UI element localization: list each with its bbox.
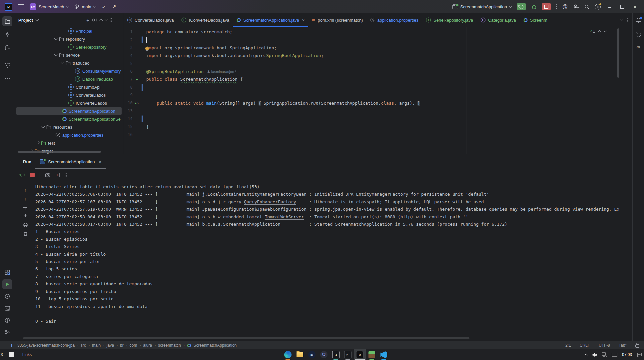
commit-tool-button[interactable] [2,29,12,39]
taskbar-edge[interactable] [282,349,294,360]
next-problem-icon[interactable] [604,29,607,33]
run-line-icon[interactable]: ▶ [135,101,137,105]
console[interactable]: ↑ ↓ [15,181,632,341]
problems-tool-button[interactable] [2,315,12,325]
code-with-me-icon[interactable] [573,4,579,10]
breadcrumb-item[interactable]: ScreenmatchApplication [194,343,237,348]
tree-chevron-icon[interactable] [54,53,58,56]
version-control-tool-button[interactable] [2,327,12,337]
services-tool-button[interactable] [2,291,12,301]
tree-horizontal-scrollbar[interactable] [18,151,101,153]
line-number[interactable]: 9 [123,93,133,97]
network-icon[interactable] [602,352,607,357]
taskbar-alura[interactable]: a [330,349,342,360]
scroll-up-icon[interactable]: ↑ [23,187,28,193]
terminal-tool-button[interactable] [2,303,12,313]
console-more-icon[interactable] [66,173,67,177]
line-number[interactable]: 4 [123,53,133,58]
project-tree-item[interactable]: service [16,51,122,59]
hide-panel-icon[interactable]: — [115,17,120,23]
thread-dump-icon[interactable] [45,172,50,178]
breadcrumb-item[interactable]: java [107,343,114,348]
attach-process-icon[interactable] [55,172,61,178]
taskbar-intellij[interactable]: IJ [354,349,366,360]
add-icon[interactable]: + [86,17,89,23]
taskbar-steam[interactable]: ◉ [306,349,318,360]
console-link[interactable]: ScreenmatchApplication [223,222,281,227]
more-actions-icon[interactable] [556,4,557,9]
breadcrumb-item[interactable]: br [120,343,124,348]
line-number[interactable]: 10 [123,101,133,105]
expand-all-icon[interactable] [100,19,103,22]
ai-tool-button[interactable] [636,32,641,37]
line-number[interactable]: 3 [123,45,133,50]
editor-tab[interactable]: ECategoria.java [477,13,520,27]
run-line-icon[interactable]: ▶ [136,78,138,81]
push-icon[interactable]: ↗ [112,4,116,10]
taskbar-discord[interactable]: ᗜ [318,349,330,360]
line-number[interactable]: 16 [123,132,133,137]
project-tree-item[interactable]: test [16,139,122,147]
close-icon[interactable]: × [302,18,305,23]
volume-icon[interactable] [592,352,597,357]
breadcrumb-item[interactable]: screenmatch [158,343,181,348]
maven-tool-button[interactable]: m [637,44,640,50]
touch-keyboard-icon[interactable] [612,353,617,357]
project-tree-item[interactable]: ScreenmatchApplication [16,107,122,115]
run-console-tab[interactable]: ScreenmatchApplication × [40,154,101,169]
window-minimize-button[interactable]: – [606,4,613,10]
editor-tab[interactable]: ScreenmatchApplication.java× [233,13,308,27]
line-number[interactable]: 13 [123,109,133,113]
editor-tab[interactable]: IIConverteDados.java [178,13,233,27]
editor-tab[interactable]: mpom.xml (screenmatch) [308,13,366,27]
rerun-icon[interactable] [19,172,26,178]
project-tree-item[interactable]: traducao [16,59,122,67]
clock[interactable]: 07:03 [622,352,632,357]
links-toolbar[interactable]: Links [22,352,32,357]
close-icon[interactable]: × [99,159,101,164]
stop-button[interactable] [542,3,551,10]
caret-position[interactable]: 2:1 [565,343,571,348]
collapse-all-icon[interactable] [105,18,108,21]
breadcrumb-item[interactable]: alura [143,343,152,348]
more-tool-windows-icon[interactable] [2,73,12,83]
fold-expand-icon[interactable]: › [137,101,139,105]
project-tree-item[interactable]: ScreenmatchApplicationSe [16,115,122,123]
project-widget[interactable]: SM ScreenMatch [30,3,69,10]
project-tree-item[interactable]: resources [16,123,122,131]
clear-all-icon[interactable] [23,231,28,236]
prev-problem-icon[interactable] [598,30,601,34]
project-tree-item[interactable]: IIConverteDados [16,99,122,107]
run-tool-button[interactable] [2,279,12,289]
build-tool-button[interactable] [2,267,12,277]
window-close-button[interactable]: × [631,4,639,10]
pull-requests-tool-button[interactable] [2,42,12,52]
breadcrumb-item[interactable]: 3355-java-screenmatch-com-jpa [17,343,75,348]
soft-wrap-icon[interactable] [23,205,28,210]
project-tree-item[interactable]: CPrincipal [16,27,122,35]
project-tree-item[interactable]: application.properties [16,131,122,139]
tree-chevron-icon[interactable] [42,125,45,128]
project-tool-button[interactable] [2,16,12,26]
line-number[interactable]: 6 [123,69,133,74]
project-tree-item[interactable]: repository [16,35,122,43]
editor-tab[interactable]: CConverteDados.java [123,13,178,27]
tray-overflow-chevron[interactable] [585,354,588,357]
breadcrumb-item[interactable]: com [130,343,137,348]
editor-tab[interactable]: Screenm [520,13,551,27]
project-tree-item[interactable]: RDadosTraducao [16,75,122,83]
update-project-icon[interactable]: ↙ [102,4,106,10]
structure-tool-button[interactable] [2,60,12,70]
main-menu-icon[interactable] [18,4,24,9]
indent-style[interactable]: Tab* [619,343,627,348]
console-link[interactable]: QueryEnhancerFactory [244,199,296,204]
git-branch-widget[interactable]: main [75,4,96,9]
debug-button[interactable] [531,4,537,10]
tree-chevron-icon[interactable] [36,141,40,144]
intention-bulb-icon[interactable] [145,47,149,50]
panel-options-icon[interactable] [111,18,112,22]
project-tree-item[interactable]: CConsumoApi [16,83,122,91]
stop-icon[interactable] [30,173,35,177]
hidden-tabs-chevron-icon[interactable] [620,18,623,21]
line-number[interactable]: 15 [123,124,133,129]
